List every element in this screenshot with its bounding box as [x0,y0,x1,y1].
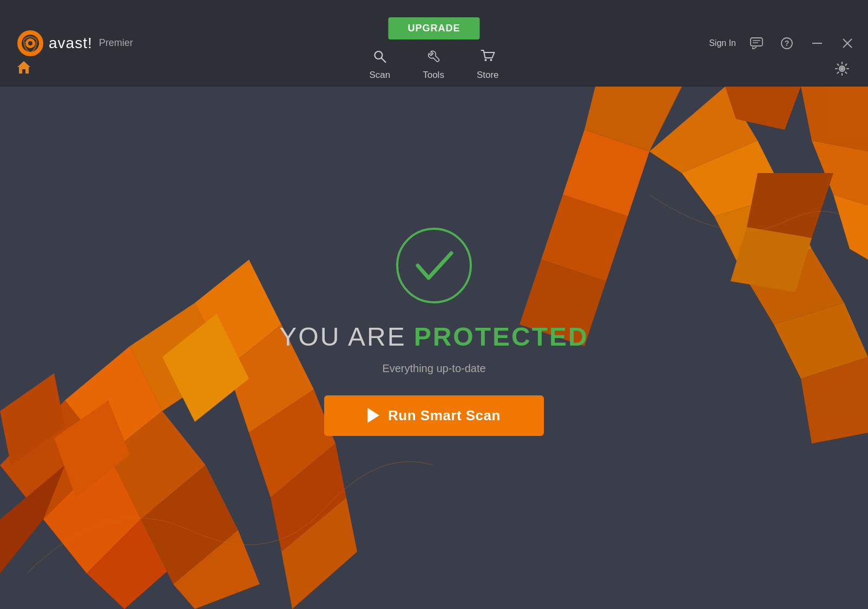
nav-store[interactable]: Store [477,49,499,81]
svg-marker-42 [801,357,868,443]
svg-marker-26 [141,465,238,584]
premier-label: Premier [99,37,133,49]
svg-marker-48 [731,227,812,292]
status-keyword: PROTECTED [414,322,589,352]
svg-marker-23 [65,346,162,454]
store-label: Store [477,70,499,81]
svg-marker-22 [0,465,65,573]
nav-items: Scan Tools Store [369,49,498,81]
svg-marker-40 [741,249,844,325]
settings-area[interactable] [832,59,852,78]
run-smart-scan-button[interactable]: Run Smart Scan [324,395,544,436]
home-icon [16,59,31,75]
svg-marker-27 [173,530,260,609]
main-content: YOU ARE PROTECTED Everything up-to-date … [0,87,868,609]
tools-icon [426,49,440,67]
avast-logo: avast! [16,29,93,57]
upgrade-button[interactable]: UPGRADE [388,17,479,39]
status-subtitle: Everything up-to-date [382,362,485,375]
svg-text:?: ? [785,39,790,48]
svg-rect-8 [751,38,762,46]
play-icon [367,408,379,423]
logo-text: avast! [49,35,93,52]
svg-marker-46 [833,195,868,260]
svg-marker-28 [195,260,281,368]
svg-line-5 [382,58,386,63]
center-nav: UPGRADE Scan Tools [369,0,498,86]
svg-marker-25 [108,411,206,519]
chat-button[interactable] [747,34,766,53]
svg-marker-47 [747,173,833,238]
svg-marker-31 [271,443,346,552]
scan-icon [373,49,387,67]
svg-point-7 [490,59,492,61]
svg-marker-35 [0,373,65,465]
svg-marker-38 [682,141,785,216]
svg-point-18 [840,67,844,70]
store-icon [480,49,495,67]
checkmark-icon [412,247,456,284]
minimize-icon [812,42,822,44]
svg-point-3 [28,41,32,45]
avast-logo-icon [16,29,44,57]
svg-marker-32 [281,498,357,609]
svg-marker-45 [812,141,868,206]
svg-marker-19 [0,400,108,519]
nav-scan[interactable]: Scan [369,49,390,81]
logo-area: avast! Premier [0,29,133,57]
settings-icon [834,61,850,76]
close-icon [843,38,852,48]
chat-icon [750,37,763,49]
tools-label: Tools [423,70,444,81]
svg-point-6 [484,59,486,61]
svg-marker-44 [801,87,868,151]
close-button[interactable] [838,34,857,53]
status-title: YOU ARE PROTECTED [279,322,588,352]
status-prefix: YOU ARE [279,322,406,352]
center-status-area: YOU ARE PROTECTED Everything up-to-date … [279,228,588,436]
svg-marker-49 [563,130,649,216]
svg-marker-21 [87,508,189,609]
svg-marker-37 [649,87,758,173]
svg-marker-24 [130,303,227,411]
help-button[interactable]: ? [777,34,797,53]
minimize-button[interactable] [807,34,827,53]
sign-in-button[interactable]: Sign In [709,38,736,48]
svg-marker-33 [162,314,249,422]
app-header: avast! Premier UPGRADE Scan [0,0,868,87]
home-button[interactable] [16,59,31,78]
help-icon: ? [781,37,793,49]
protection-status-circle [396,228,472,303]
nav-tools[interactable]: Tools [423,49,444,81]
svg-marker-43 [725,87,801,130]
svg-marker-41 [774,303,868,379]
settings-button[interactable] [832,59,852,78]
svg-marker-39 [714,195,812,270]
scan-label: Scan [369,70,390,81]
svg-marker-34 [54,400,130,498]
svg-marker-20 [43,454,152,573]
home-button-area[interactable] [16,59,31,78]
run-scan-label: Run Smart Scan [388,407,501,424]
svg-marker-36 [584,87,682,151]
